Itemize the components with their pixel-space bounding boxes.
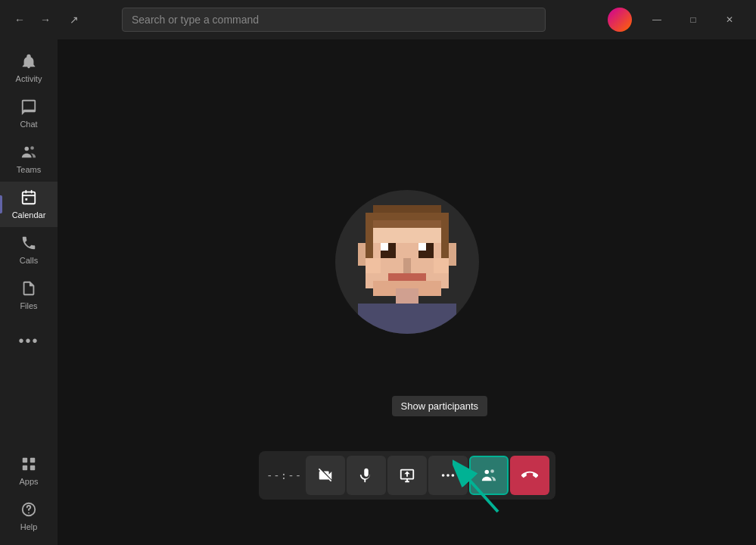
svg-rect-2 [23, 192, 36, 204]
sidebar-activity-label: Activity [16, 74, 42, 83]
svg-point-31 [441, 474, 444, 477]
sidebar-item-apps[interactable]: Apps [0, 448, 58, 494]
activity-icon [20, 53, 37, 72]
end-call-button[interactable] [510, 456, 549, 495]
svg-rect-28 [441, 220, 449, 258]
video-toggle-button[interactable] [306, 456, 345, 495]
svg-rect-24 [358, 304, 456, 334]
chat-icon [20, 98, 37, 117]
svg-line-37 [464, 474, 498, 512]
svg-rect-26 [449, 243, 456, 266]
sidebar-help-label: Help [20, 522, 38, 531]
sidebar-apps-label: Apps [19, 477, 38, 486]
more-icon: ••• [18, 333, 39, 348]
svg-rect-5 [30, 458, 35, 462]
participant-avatar [335, 190, 479, 334]
calls-icon [20, 235, 37, 254]
sidebar-item-calls[interactable]: Calls [0, 227, 58, 272]
forward-button[interactable]: → [35, 9, 56, 30]
svg-rect-30 [434, 258, 449, 273]
nav-buttons: ← → [9, 9, 56, 30]
arrow-pointer [453, 459, 513, 522]
share-screen-button[interactable] [387, 456, 427, 495]
sidebar-item-files[interactable]: Files [0, 272, 58, 318]
close-button[interactable]: ✕ [712, 8, 747, 32]
sidebar-item-activity[interactable]: Activity [0, 45, 58, 91]
tooltip: Show participants [392, 396, 488, 416]
svg-rect-29 [366, 258, 381, 273]
sidebar-item-help[interactable]: Help [0, 494, 58, 539]
participant-video [335, 190, 479, 334]
main-area: Activity Chat Teams [0, 39, 756, 545]
call-area: Show participants --:-- [58, 39, 756, 545]
apps-icon [20, 456, 37, 475]
svg-rect-27 [366, 220, 373, 258]
svg-rect-19 [418, 243, 426, 251]
compose-button[interactable]: ↗ [64, 9, 85, 30]
svg-rect-18 [381, 243, 388, 251]
svg-rect-21 [388, 273, 426, 281]
video-off-icon [317, 467, 334, 484]
svg-point-0 [25, 147, 30, 151]
titlebar: ← → ↗ Search or type a command — □ ✕ [0, 0, 756, 39]
sidebar-item-chat[interactable]: Chat [0, 91, 58, 136]
teams-icon [20, 144, 37, 163]
svg-rect-15 [366, 228, 449, 243]
svg-point-32 [446, 474, 450, 477]
search-bar[interactable]: Search or type a command [122, 8, 546, 32]
call-timer: --:-- [265, 456, 304, 495]
svg-rect-3 [25, 198, 27, 201]
svg-rect-6 [23, 466, 27, 470]
sidebar-calls-label: Calls [20, 256, 38, 265]
end-call-icon [521, 467, 538, 484]
search-placeholder: Search or type a command [132, 14, 259, 26]
svg-point-1 [30, 146, 34, 150]
avatar[interactable] [608, 8, 632, 32]
microphone-icon [358, 467, 375, 484]
svg-rect-4 [23, 458, 27, 462]
sidebar-bottom: Apps Help [0, 448, 58, 539]
maximize-button[interactable]: □ [676, 8, 711, 32]
svg-rect-14 [373, 220, 441, 228]
minimize-button[interactable]: — [639, 8, 674, 32]
arrow-svg [453, 459, 513, 519]
svg-rect-7 [30, 466, 35, 470]
sidebar: Activity Chat Teams [0, 39, 58, 545]
sidebar-chat-label: Chat [20, 120, 37, 129]
share-screen-icon [399, 467, 415, 484]
sidebar-calendar-label: Calendar [12, 210, 46, 220]
mic-toggle-button[interactable] [347, 456, 386, 495]
svg-rect-20 [403, 258, 411, 273]
help-icon [20, 501, 37, 520]
sidebar-files-label: Files [20, 301, 37, 310]
titlebar-actions: — □ ✕ [608, 8, 747, 32]
sidebar-item-teams[interactable]: Teams [0, 136, 58, 182]
back-button[interactable]: ← [9, 9, 30, 30]
svg-rect-25 [358, 243, 366, 266]
svg-rect-23 [396, 288, 418, 304]
svg-point-9 [28, 512, 30, 514]
sidebar-item-calendar[interactable]: Calendar [0, 182, 58, 227]
calendar-icon [20, 189, 37, 208]
sidebar-item-more[interactable]: ••• [0, 318, 58, 363]
files-icon [20, 280, 37, 299]
sidebar-teams-label: Teams [17, 165, 41, 174]
